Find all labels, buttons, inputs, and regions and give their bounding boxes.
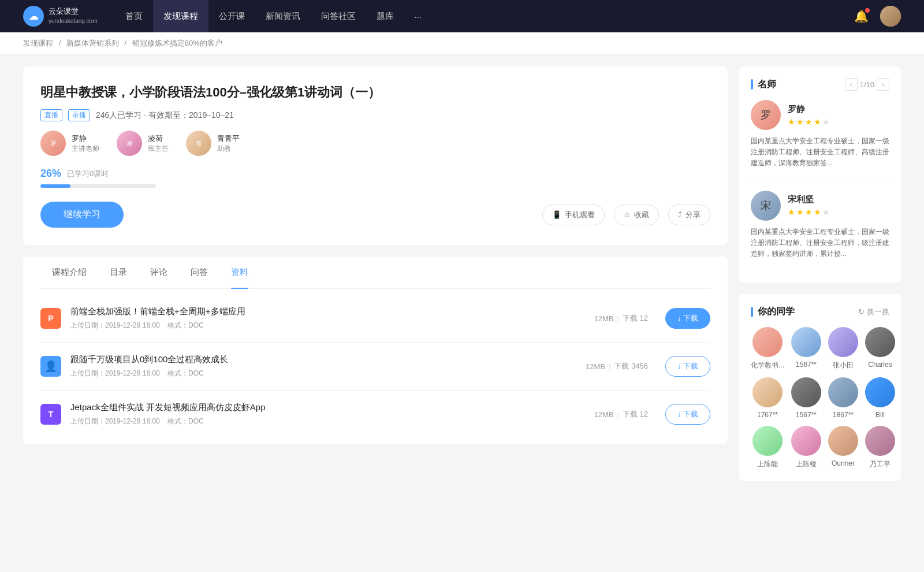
resource-info-1: 前端全栈加强版！前端全栈+全周期+多端应用 上传日期：2019-12-28 16… [70, 306, 576, 330]
tab-qa[interactable]: 问答 [179, 257, 219, 288]
classmate-item[interactable]: 1567** [791, 327, 821, 370]
tag-live: 直播 [40, 109, 62, 121]
teacher-1-info: 罗静 主讲老师 [72, 133, 99, 154]
next-teacher-btn[interactable]: › [877, 78, 889, 91]
classmate-item[interactable]: 上陈能 [751, 426, 784, 469]
logo-text: 云朵课堂yundouketang.com [49, 7, 98, 25]
resource-info-2: 跟随千万级项目从0到100全过程高效成长 上传日期：2019-12-28 16:… [70, 354, 568, 378]
resource-meta-2: 上传日期：2019-12-28 16:00 格式：DOC [70, 369, 568, 378]
progress-section: 26% 已学习0课时 [40, 168, 710, 188]
nav-menu: 首页 发现课程 公开课 新闻资讯 问答社区 题库 ··· [115, 0, 854, 32]
classmate-avatar [865, 327, 895, 357]
classmate-item[interactable]: Bill [865, 377, 895, 419]
download-button-3[interactable]: ↓ 下载 [665, 404, 710, 425]
refresh-classmates-btn[interactable]: ↻ 换一换 [858, 307, 889, 317]
resource-stats-1: 12MB | 下载 12 [594, 313, 647, 324]
classmate-name: 化学教书... [751, 361, 784, 370]
classmate-name: Bill [875, 411, 885, 419]
progress-label: 26% 已学习0课时 [40, 168, 710, 180]
breadcrumb: 发现课程 / 新媒体营销系列 / 销冠修炼术搞定80%的客户 [0, 32, 924, 55]
breadcrumb-item-3: 销冠修炼术搞定80%的客户 [132, 39, 222, 47]
nav-item-home[interactable]: 首页 [115, 0, 153, 32]
resource-icon-3: T [40, 404, 61, 425]
classmate-name: Ounner [832, 459, 855, 467]
teacher-1-role: 主讲老师 [72, 144, 99, 154]
tabs-section: 课程介绍 目录 评论 问答 资料 P 前端全栈加强版！前端全栈+全周期+多端应用… [23, 257, 728, 444]
teachers-card: 名师 ‹ 1/10 › 罗 罗静 ★★★★★ [739, 66, 901, 283]
nav-item-qa[interactable]: 问答社区 [311, 0, 366, 32]
phone-watch-button[interactable]: 📱 手机观看 [542, 205, 605, 225]
refresh-icon: ↻ [858, 307, 865, 316]
breadcrumb-item-1[interactable]: 发现课程 [23, 39, 53, 47]
download-button-2[interactable]: ↓ 下载 [665, 356, 710, 377]
user-avatar[interactable] [880, 6, 901, 27]
nav-item-more[interactable]: ··· [404, 0, 433, 32]
teacher-2-name: 凌荷 [148, 133, 169, 144]
share-icon: ⤴ [678, 210, 682, 219]
tab-bar: 课程介绍 目录 评论 问答 资料 [40, 257, 710, 289]
download-button-1[interactable]: ↓ 下载 [665, 308, 710, 329]
resource-info-3: Jetpack全组件实战 开发短视频应用高仿皮皮虾App 上传日期：2019-1… [70, 402, 576, 426]
logo[interactable]: ☁ 云朵课堂yundouketang.com [23, 6, 98, 27]
star-icon: ☆ [624, 210, 631, 219]
share-button[interactable]: ⤴ 分享 [668, 205, 710, 225]
classmate-name: 1567** [796, 411, 817, 419]
teacher-3: 青 青青平 助教 [186, 131, 240, 156]
nav-item-open[interactable]: 公开课 [208, 0, 255, 32]
sidebar-teacher-2-name: 宋利坚 [788, 194, 830, 205]
share-label: 分享 [685, 210, 701, 220]
classmate-item[interactable]: 1867** [828, 377, 858, 419]
course-tags: 直播 录播 246人已学习 · 有效期至：2019–10–21 [40, 109, 710, 121]
progress-bar [40, 184, 156, 188]
classmate-item[interactable]: 上陈楼 [791, 426, 821, 469]
tab-comments[interactable]: 评论 [139, 257, 179, 288]
nav-item-quiz[interactable]: 题库 [366, 0, 404, 32]
classmate-item[interactable]: 张小田 [828, 327, 858, 370]
teacher-2-role: 班主任 [148, 144, 169, 154]
classmate-item[interactable]: Ounner [828, 426, 858, 469]
classmate-avatar [865, 426, 895, 456]
classmate-item[interactable]: Charles [865, 327, 895, 370]
breadcrumb-item-2[interactable]: 新媒体营销系列 [66, 39, 119, 47]
classmate-avatar [752, 426, 783, 456]
collect-button[interactable]: ☆ 收藏 [614, 205, 659, 225]
teacher-3-name: 青青平 [217, 133, 240, 144]
resource-stats-2: 12MB | 下载 3456 [586, 361, 648, 372]
phone-icon: 📱 [552, 210, 561, 219]
refresh-label: 换一换 [867, 307, 889, 317]
sidebar-teacher-1-info: 罗静 ★★★★★ [788, 104, 830, 127]
teacher-3-role: 助教 [217, 144, 240, 154]
classmates-grid: 化学教书... 1567** 张小田 Charles 1767** 1567**… [751, 327, 889, 469]
notification-bell[interactable]: 🔔 [854, 9, 869, 23]
sidebar-teacher-1-header: 罗 罗静 ★★★★★ [751, 100, 889, 130]
classmate-name: 乃工平 [870, 459, 891, 469]
classmate-avatar [791, 327, 821, 357]
classmate-item[interactable]: 1567** [791, 377, 821, 419]
classmate-name: 上陈能 [757, 459, 778, 469]
course-meta: 246人已学习 · 有效期至：2019–10–21 [96, 110, 234, 121]
classmate-name: 张小田 [833, 361, 854, 370]
classmates-card: 你的同学 ↻ 换一换 化学教书... 1567** 张小田 Charles [739, 294, 901, 481]
tab-catalog[interactable]: 目录 [98, 257, 139, 288]
course-actions: 继续学习 📱 手机观看 ☆ 收藏 ⤴ 分享 [40, 202, 710, 228]
nav-item-news[interactable]: 新闻资讯 [255, 0, 311, 32]
nav-right: 🔔 [854, 6, 901, 27]
teacher-divider [751, 181, 889, 181]
tab-resources[interactable]: 资料 [219, 257, 260, 288]
logo-icon: ☁ [23, 6, 44, 27]
classmate-avatar [828, 327, 858, 357]
prev-teacher-btn[interactable]: ‹ [845, 78, 858, 91]
classmate-item[interactable]: 乃工平 [865, 426, 895, 469]
sidebar-teacher-1: 罗 罗静 ★★★★★ 国内某重点大学安全工程专业硕士，国家一级注册消防工程师、注… [751, 100, 889, 169]
resource-item: T Jetpack全组件实战 开发短视频应用高仿皮皮虾App 上传日期：2019… [40, 391, 710, 438]
classmate-avatar [865, 377, 895, 407]
teacher-2: 凌 凌荷 班主任 [117, 131, 169, 156]
phone-watch-label: 手机观看 [565, 210, 595, 220]
continue-button[interactable]: 继续学习 [40, 202, 124, 228]
teacher-list: 罗 罗静 主讲老师 凌 凌荷 班主任 [40, 131, 710, 156]
nav-item-discover[interactable]: 发现课程 [153, 0, 208, 32]
tab-intro[interactable]: 课程介绍 [40, 257, 98, 288]
classmate-item[interactable]: 化学教书... [751, 327, 784, 370]
classmate-item[interactable]: 1767** [751, 377, 784, 419]
collect-label: 收藏 [634, 210, 649, 220]
